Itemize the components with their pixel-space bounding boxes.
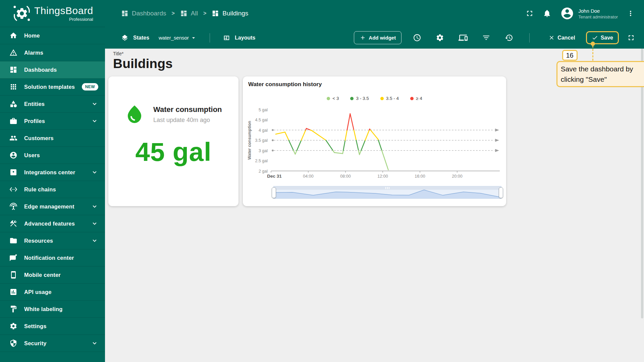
expand-dashboard-icon[interactable]: [627, 34, 635, 42]
sidebar-item-integrations-center[interactable]: Integrations center: [0, 164, 105, 181]
notifications-bell-icon[interactable]: [543, 9, 551, 18]
annotation-connector-line: [592, 46, 593, 61]
dashboard-icon: [180, 10, 187, 17]
main-content: Title* Buildings Water consumption Last …: [105, 49, 644, 362]
svg-text:08:00: 08:00: [340, 174, 351, 179]
legend-dot-icon: [380, 97, 384, 100]
layouts-icon: [223, 34, 230, 42]
widget-title: Water consumption: [153, 105, 222, 114]
water-consumption-value: 45 gal: [108, 137, 238, 167]
breadcrumb-item-all[interactable]: All: [180, 10, 198, 17]
sidebar-item-white-labeling[interactable]: White labeling: [0, 301, 105, 318]
legend-dot-icon: [350, 97, 354, 100]
sidebar-item-label: Settings: [24, 323, 47, 329]
sidebar-item-solution-templates[interactable]: Solution templatesNEW: [0, 78, 105, 96]
sidebar-item-security[interactable]: Security: [0, 335, 105, 352]
avatar: [560, 6, 574, 20]
legend-item[interactable]: 3 - 3.5: [350, 96, 369, 101]
sidebar-item-users[interactable]: Users: [0, 147, 105, 164]
chat-icon: [9, 254, 17, 262]
thingsboard-app: ThingsBoard Professional Dashboards>All>…: [0, 0, 644, 362]
people-icon: [9, 134, 17, 142]
close-icon: [548, 35, 555, 41]
sidebar-item-notification-center[interactable]: Notification center: [0, 249, 105, 266]
water-drop-icon: [124, 103, 145, 126]
breadcrumb-label: Buildings: [222, 10, 248, 17]
sidebar-item-label: Dashboards: [24, 67, 57, 73]
sidebar-item-dashboards[interactable]: Dashboards: [0, 61, 105, 78]
svg-text:3 gal: 3 gal: [259, 148, 268, 153]
legend-label: 3.5 - 4: [386, 96, 399, 101]
states-label: States: [133, 35, 149, 41]
brush-handle-right[interactable]: [499, 187, 503, 198]
manage-layouts-devices-icon[interactable]: [459, 33, 468, 42]
user-menu[interactable]: John Doe Tenant administrator: [560, 6, 618, 20]
sidebar-item-label: White labeling: [24, 306, 63, 312]
add-widget-button[interactable]: Add widget: [354, 31, 401, 44]
breadcrumb-separator: >: [171, 10, 174, 16]
sidebar-item-label: Integrations center: [24, 169, 75, 176]
sidebar-item-mobile-center[interactable]: Mobile center: [0, 266, 105, 284]
dashboard-toolbar: States water_sensor Layouts Add widget: [105, 27, 644, 49]
water-consumption-history-widget[interactable]: Water consumption history < 33 - 3.53.5 …: [243, 76, 506, 206]
version-history-icon[interactable]: [505, 34, 513, 42]
tools-icon: [9, 220, 17, 228]
time-window-icon[interactable]: [413, 34, 421, 42]
paint-icon: [9, 305, 17, 313]
app-edition: Professional: [34, 17, 93, 21]
check-icon: [592, 35, 598, 41]
home-icon: [9, 32, 17, 40]
gear-icon: [9, 322, 17, 330]
sidebar-item-home[interactable]: Home: [0, 27, 105, 44]
sidebar-item-label: Advanced features: [24, 221, 75, 227]
layouts-button[interactable]: Layouts: [235, 35, 255, 41]
state-select[interactable]: water_sensor: [159, 35, 197, 41]
line-chart: 5 gal4.5 gal4 gal3.5 gal3 gal2.5 gal2 ga…: [246, 106, 503, 183]
legend-item[interactable]: ≥ 4: [410, 96, 422, 101]
warning-icon: [9, 49, 17, 57]
sidebar-item-edge-management[interactable]: Edge management: [0, 198, 105, 215]
app-name: ThingsBoard: [34, 6, 93, 16]
sidebar-item-label: Profiles: [24, 118, 45, 124]
app-logo[interactable]: ThingsBoard Professional: [0, 4, 105, 22]
sidebar-item-entities[interactable]: Entities: [0, 96, 105, 113]
sidebar-item-settings[interactable]: Settings: [0, 318, 105, 335]
sidebar-item-label: Solution templates: [24, 84, 75, 90]
brush-grip-icon[interactable]: [385, 187, 389, 189]
phone-icon: [9, 271, 17, 279]
sidebar-item-customers[interactable]: Customers: [0, 130, 105, 147]
breadcrumb-item-dashboards[interactable]: Dashboards: [121, 10, 166, 17]
chevron-down-icon: [91, 203, 98, 210]
breadcrumb-item-buildings[interactable]: Buildings: [212, 10, 248, 17]
sidebar-item-resources[interactable]: Resources: [0, 232, 105, 249]
legend-item[interactable]: 3.5 - 4: [380, 96, 399, 101]
more-menu-icon[interactable]: [627, 9, 635, 17]
sidebar-item-advanced-features[interactable]: Advanced features: [0, 215, 105, 232]
svg-text:20:00: 20:00: [452, 174, 462, 179]
filter-icon[interactable]: [482, 34, 490, 42]
sidebar: HomeAlarmsDashboardsSolution templatesNE…: [0, 27, 105, 362]
sidebar-item-api-usage[interactable]: API usage: [0, 284, 105, 301]
sidebar-item-alarms[interactable]: Alarms: [0, 44, 105, 61]
svg-text:12:00: 12:00: [377, 174, 388, 179]
water-consumption-widget[interactable]: Water consumption Last update 40m ago 45…: [108, 76, 238, 206]
time-range-brush[interactable]: [273, 186, 501, 199]
toolbar-divider: [529, 33, 530, 43]
brush-handle-left[interactable]: [272, 187, 276, 198]
fullscreen-icon[interactable]: [525, 9, 534, 18]
cancel-button[interactable]: Cancel: [546, 33, 578, 43]
sidebar-item-label: Security: [24, 340, 47, 347]
legend-dot-icon: [410, 97, 414, 100]
chevron-down-icon: [190, 35, 197, 41]
svg-text:2 gal: 2 gal: [259, 169, 268, 174]
widget-last-update: Last update 40m ago: [153, 117, 222, 124]
header-actions: John Doe Tenant administrator: [525, 6, 644, 20]
dashboard-settings-gear-icon[interactable]: [436, 34, 444, 42]
user-name: John Doe: [578, 7, 618, 15]
legend-item[interactable]: < 3: [327, 96, 339, 101]
toolbar-divider: [210, 33, 210, 43]
sidebar-item-profiles[interactable]: Profiles: [0, 113, 105, 130]
sidebar-item-rule-chains[interactable]: Rule chains: [0, 181, 105, 198]
profiles-icon: [9, 117, 17, 125]
dashboard-icon: [9, 66, 17, 74]
